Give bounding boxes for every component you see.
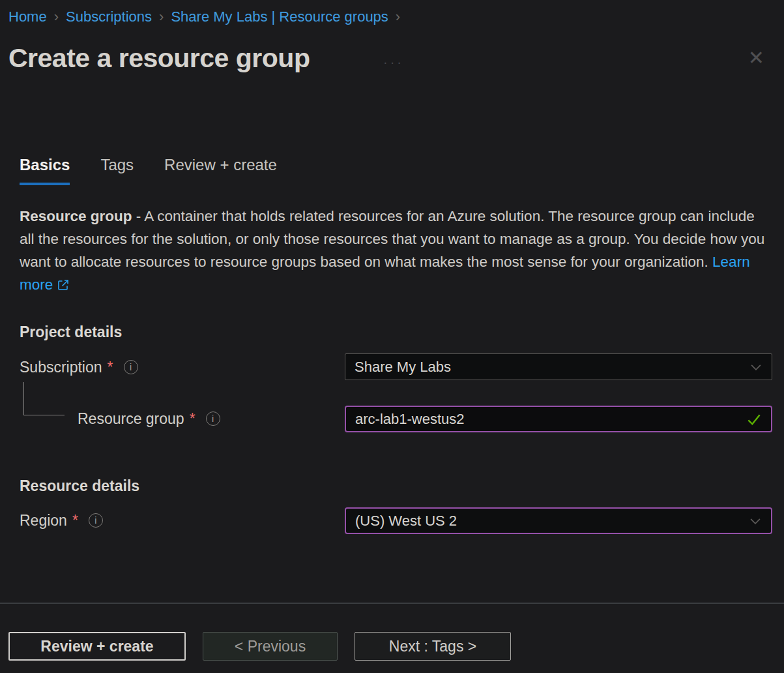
footer-divider (0, 603, 784, 604)
external-link-icon (57, 275, 70, 298)
subscription-dropdown[interactable]: Share My Labs (345, 353, 772, 380)
tab-basics[interactable]: Basics (20, 156, 70, 185)
region-label-text: Region (20, 512, 67, 530)
resource-group-field (345, 406, 772, 432)
project-details-heading: Project details (20, 323, 122, 341)
chevron-right-icon: › (54, 8, 59, 25)
region-value: (US) West US 2 (355, 513, 749, 530)
resource-group-label-text: Resource group (78, 410, 184, 428)
close-icon[interactable]: ✕ (748, 48, 764, 68)
review-create-button[interactable]: Review + create (8, 632, 186, 661)
breadcrumb-home[interactable]: Home (8, 8, 47, 25)
previous-button[interactable]: < Previous (203, 632, 338, 661)
required-asterisk: * (108, 359, 113, 376)
required-asterisk: * (190, 410, 196, 428)
ellipsis-menu-icon[interactable]: ··· (383, 55, 404, 70)
info-icon[interactable]: i (89, 513, 103, 528)
breadcrumb-subscriptions[interactable]: Subscriptions (66, 8, 152, 25)
chevron-down-icon (749, 361, 762, 374)
breadcrumb-share-my-labs-resource-groups[interactable]: Share My Labs | Resource groups (171, 8, 388, 25)
next-tags-button[interactable]: Next : Tags > (355, 632, 511, 661)
resource-group-input[interactable] (355, 407, 746, 431)
description-lead: Resource group (20, 208, 132, 224)
subscription-value: Share My Labs (355, 359, 749, 376)
breadcrumb: Home›Subscriptions›Share My Labs | Resou… (8, 8, 407, 25)
required-asterisk: * (72, 512, 78, 530)
resource-details-heading: Resource details (20, 477, 139, 495)
region-label: Region * i (20, 507, 103, 533)
chevron-right-icon: › (396, 8, 400, 25)
resource-group-label: Resource group * i (78, 406, 220, 432)
create-resource-group-blade: Home›Subscriptions›Share My Labs | Resou… (0, 0, 784, 673)
subscription-label-text: Subscription (20, 359, 102, 376)
info-icon[interactable]: i (206, 411, 220, 426)
valid-checkmark-icon (746, 411, 762, 427)
subscription-label: Subscription * i (20, 354, 138, 380)
region-dropdown[interactable]: (US) West US 2 (345, 507, 772, 534)
chevron-right-icon: › (159, 8, 164, 25)
info-icon[interactable]: i (124, 360, 138, 374)
page-title: Create a resource group (8, 43, 310, 74)
tab-tags[interactable]: Tags (100, 156, 134, 185)
blade-description: Resource group - A container that holds … (20, 205, 771, 298)
footer-actions: Review + create < Previous Next : Tags > (8, 632, 511, 661)
tree-connector-line (23, 382, 65, 415)
chevron-down-icon (749, 515, 762, 528)
tab-review-create[interactable]: Review + create (164, 156, 277, 185)
tab-bar: Basics Tags Review + create (20, 156, 277, 185)
